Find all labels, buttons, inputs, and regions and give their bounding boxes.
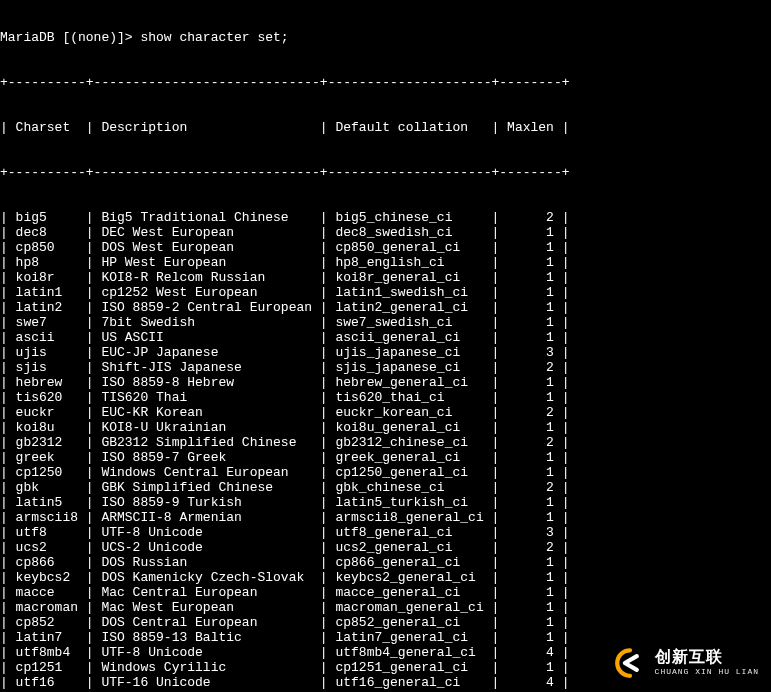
table-row: | tis620 | TIS620 Thai | tis620_thai_ci … — [0, 390, 771, 405]
table-row: | hp8 | HP West European | hp8_english_c… — [0, 255, 771, 270]
table-row: | greek | ISO 8859-7 Greek | greek_gener… — [0, 450, 771, 465]
table-body: | big5 | Big5 Traditional Chinese | big5… — [0, 210, 771, 692]
table-row: | latin7 | ISO 8859-13 Baltic | latin7_g… — [0, 630, 771, 645]
table-row: | hebrew | ISO 8859-8 Hebrew | hebrew_ge… — [0, 375, 771, 390]
table-row: | macce | Mac Central European | macce_g… — [0, 585, 771, 600]
table-row: | cp866 | DOS Russian | cp866_general_ci… — [0, 555, 771, 570]
table-header: | Charset | Description | Default collat… — [0, 120, 771, 135]
sql-prompt[interactable]: MariaDB [(none)]> show character set; — [0, 30, 771, 45]
table-row: | cp850 | DOS West European | cp850_gene… — [0, 240, 771, 255]
table-row: | dec8 | DEC West European | dec8_swedis… — [0, 225, 771, 240]
table-row: | latin2 | ISO 8859-2 Central European |… — [0, 300, 771, 315]
table-row: | sjis | Shift-JIS Japanese | sjis_japan… — [0, 360, 771, 375]
table-row: | swe7 | 7bit Swedish | swe7_swedish_ci … — [0, 315, 771, 330]
table-row: | koi8r | KOI8-R Relcom Russian | koi8r_… — [0, 270, 771, 285]
table-row: | ascii | US ASCII | ascii_general_ci | … — [0, 330, 771, 345]
table-row: | koi8u | KOI8-U Ukrainian | koi8u_gener… — [0, 420, 771, 435]
table-row: | utf8 | UTF-8 Unicode | utf8_general_ci… — [0, 525, 771, 540]
table-row: | cp852 | DOS Central European | cp852_g… — [0, 615, 771, 630]
table-row: | macroman | Mac West European | macroma… — [0, 600, 771, 615]
watermark-text-cn: 创新互联 — [655, 650, 759, 666]
table-row: | big5 | Big5 Traditional Chinese | big5… — [0, 210, 771, 225]
table-divider-mid: +----------+----------------------------… — [0, 165, 771, 180]
table-row: | ucs2 | UCS-2 Unicode | ucs2_general_ci… — [0, 540, 771, 555]
watermark-logo-icon — [613, 646, 647, 680]
table-row: | gb2312 | GB2312 Simplified Chinese | g… — [0, 435, 771, 450]
table-row: | latin5 | ISO 8859-9 Turkish | latin5_t… — [0, 495, 771, 510]
watermark: 创新互联 CHUANG XIN HU LIAN — [613, 646, 759, 680]
table-divider-top: +----------+----------------------------… — [0, 75, 771, 90]
watermark-text-pinyin: CHUANG XIN HU LIAN — [655, 668, 759, 676]
table-row: | keybcs2 | DOS Kamenicky Czech-Slovak |… — [0, 570, 771, 585]
table-row: | gbk | GBK Simplified Chinese | gbk_chi… — [0, 480, 771, 495]
table-row: | armscii8 | ARMSCII-8 Armenian | armsci… — [0, 510, 771, 525]
table-row: | euckr | EUC-KR Korean | euckr_korean_c… — [0, 405, 771, 420]
table-row: | ujis | EUC-JP Japanese | ujis_japanese… — [0, 345, 771, 360]
table-row: | cp1250 | Windows Central European | cp… — [0, 465, 771, 480]
terminal-output: MariaDB [(none)]> show character set; +-… — [0, 0, 771, 692]
table-row: | latin1 | cp1252 West European | latin1… — [0, 285, 771, 300]
